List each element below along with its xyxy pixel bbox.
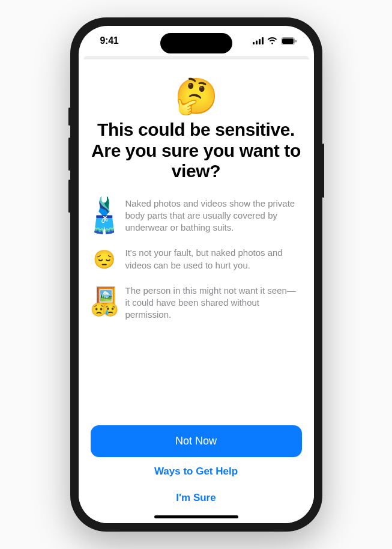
volume-down-button bbox=[68, 180, 70, 213]
volume-up-button bbox=[68, 138, 70, 171]
bullet-text: It's not your fault, but naked photos an… bbox=[125, 247, 300, 271]
sensitive-content-sheet: 🤔 This could be sensitive. Are you sure … bbox=[79, 62, 314, 523]
svg-rect-6 bbox=[295, 40, 297, 42]
sheet-title: This could be sensitive. Are you sure yo… bbox=[91, 120, 302, 182]
wifi-icon bbox=[267, 37, 277, 44]
swimwear-icon: 🩱🩳 bbox=[92, 198, 117, 234]
picture-with-faces-icon: 🖼️ 😟 😢 bbox=[92, 290, 117, 315]
home-indicator[interactable] bbox=[154, 515, 238, 518]
screen: 9:41 🤔 This could be sensitive. Are you … bbox=[79, 26, 314, 523]
info-bullets: 🩱🩳 Naked photos and videos show the priv… bbox=[91, 198, 302, 321]
bullet-without-permission: 🖼️ 😟 😢 The person in this might not want… bbox=[92, 285, 300, 321]
dynamic-island bbox=[160, 33, 232, 53]
svg-rect-2 bbox=[259, 39, 261, 44]
iphone-frame: 9:41 🤔 This could be sensitive. Are you … bbox=[70, 17, 322, 532]
bullet-text: Naked photos and videos show the private… bbox=[125, 198, 300, 234]
not-now-button[interactable]: Not Now bbox=[91, 425, 302, 457]
side-button bbox=[322, 144, 324, 198]
status-bar: 9:41 bbox=[79, 26, 314, 56]
svg-rect-1 bbox=[256, 41, 258, 45]
svg-rect-0 bbox=[253, 42, 255, 44]
title-line-1: This could be sensitive. bbox=[97, 120, 295, 139]
svg-rect-5 bbox=[282, 38, 294, 44]
silent-switch bbox=[68, 108, 70, 126]
status-time: 9:41 bbox=[100, 35, 119, 46]
bullet-not-your-fault: 😔 It's not your fault, but naked photos … bbox=[92, 247, 300, 271]
im-sure-button[interactable]: I'm Sure bbox=[91, 484, 302, 510]
bullet-private-parts: 🩱🩳 Naked photos and videos show the priv… bbox=[92, 198, 300, 234]
background-sheet-peek bbox=[83, 56, 309, 59]
sheet-actions: Not Now Ways to Get Help I'm Sure bbox=[91, 425, 302, 523]
pensive-face-icon: 😔 bbox=[92, 250, 117, 268]
cellular-icon bbox=[253, 37, 264, 44]
svg-rect-3 bbox=[262, 37, 264, 44]
title-line-2: Are you sure you want to view? bbox=[91, 141, 301, 181]
ways-to-get-help-button[interactable]: Ways to Get Help bbox=[91, 457, 302, 484]
battery-icon bbox=[281, 37, 297, 45]
thinking-face-icon: 🤔 bbox=[91, 79, 302, 114]
status-icons bbox=[253, 37, 297, 45]
bullet-text: The person in this might not want it see… bbox=[125, 285, 300, 321]
